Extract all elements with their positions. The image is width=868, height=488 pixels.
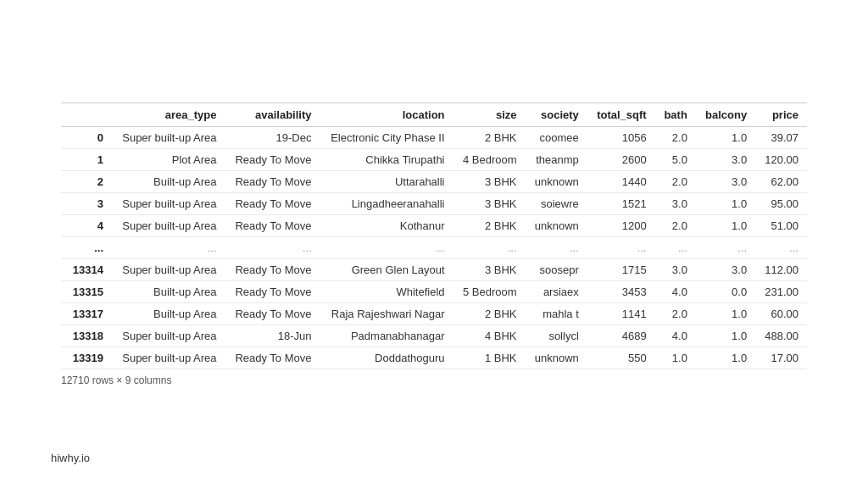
table-cell-index: 13318 — [61, 324, 112, 347]
table-cell-total_sqft: 1715 — [587, 258, 655, 280]
table-cell-index: 13314 — [61, 258, 112, 280]
table-cell-availability: Ready To Move — [225, 148, 320, 170]
table-cell-area_type: Built-up Area — [112, 280, 225, 302]
table-row: 1Plot AreaReady To MoveChikka Tirupathi4… — [61, 148, 807, 170]
table-cell-size: ... — [453, 236, 526, 258]
table-cell-balcony: 3.0 — [696, 258, 755, 280]
table-row: 3Super built-up AreaReady To MoveLingadh… — [61, 192, 807, 214]
table-cell-total_sqft: 550 — [587, 347, 655, 369]
table-cell-availability: ... — [225, 236, 320, 258]
table-cell-location: Kothanur — [320, 214, 453, 236]
table-cell-bath: 4.0 — [655, 324, 696, 347]
table-cell-society: unknown — [526, 347, 587, 369]
table-cell-total_sqft: 3453 — [587, 280, 655, 302]
table-cell-society: ... — [526, 236, 587, 258]
data-table: area_type availability location size soc… — [61, 103, 807, 369]
table-row: .............................. — [61, 236, 807, 258]
table-cell-balcony: 1.0 — [696, 126, 755, 148]
table-cell-total_sqft: 2600 — [587, 148, 655, 170]
table-cell-price: 120.00 — [755, 148, 807, 170]
table-cell-society: unknown — [526, 214, 587, 236]
table-cell-index: 4 — [61, 214, 112, 236]
table-cell-bath: 3.0 — [655, 192, 696, 214]
table-cell-size: 4 BHK — [453, 324, 526, 347]
table-cell-bath: 5.0 — [655, 148, 696, 170]
table-row: 2Built-up AreaReady To MoveUttarahalli3 … — [61, 170, 807, 192]
table-cell-location: Uttarahalli — [320, 170, 453, 192]
table-cell-price: 17.00 — [755, 347, 807, 369]
table-cell-total_sqft: 1056 — [587, 126, 655, 148]
table-cell-index: 1 — [61, 148, 112, 170]
table-cell-bath: 2.0 — [655, 302, 696, 324]
footer-brand: hiwhy.io — [51, 452, 90, 464]
table-cell-balcony: 1.0 — [696, 302, 755, 324]
table-body: 0Super built-up Area19-DecElectronic Cit… — [61, 126, 807, 369]
table-cell-location: ... — [320, 236, 453, 258]
table-cell-size: 3 BHK — [453, 192, 526, 214]
table-row: 13314Super built-up AreaReady To MoveGre… — [61, 258, 807, 280]
table-cell-society: soiewre — [526, 192, 587, 214]
table-cell-area_type: Super built-up Area — [112, 347, 225, 369]
table-cell-index: ... — [61, 236, 112, 258]
table-cell-society: sollycl — [526, 324, 587, 347]
table-cell-total_sqft: ... — [587, 236, 655, 258]
table-cell-total_sqft: 1200 — [587, 214, 655, 236]
table-cell-availability: Ready To Move — [225, 280, 320, 302]
table-cell-availability: Ready To Move — [225, 214, 320, 236]
table-cell-index: 3 — [61, 192, 112, 214]
table-cell-price: 112.00 — [755, 258, 807, 280]
table-cell-society: theanmp — [526, 148, 587, 170]
table-cell-price: 51.00 — [755, 214, 807, 236]
table-cell-location: Lingadheeranahalli — [320, 192, 453, 214]
table-cell-index: 13315 — [61, 280, 112, 302]
table-cell-area_type: Super built-up Area — [112, 214, 225, 236]
table-cell-size: 3 BHK — [453, 258, 526, 280]
table-cell-society: coomee — [526, 126, 587, 148]
table-cell-area_type: Plot Area — [112, 148, 225, 170]
table-cell-total_sqft: 4689 — [587, 324, 655, 347]
table-cell-location: Green Glen Layout — [320, 258, 453, 280]
table-cell-size: 2 BHK — [453, 126, 526, 148]
table-cell-bath: 3.0 — [655, 258, 696, 280]
table-row: 13319Super built-up AreaReady To MoveDod… — [61, 347, 807, 369]
table-cell-size: 5 Bedroom — [453, 280, 526, 302]
table-cell-area_type: Super built-up Area — [112, 324, 225, 347]
table-cell-area_type: ... — [112, 236, 225, 258]
table-cell-total_sqft: 1141 — [587, 302, 655, 324]
table-cell-location: Padmanabhanagar — [320, 324, 453, 347]
table-cell-location: Chikka Tirupathi — [320, 148, 453, 170]
table-cell-bath: ... — [655, 236, 696, 258]
table-cell-society: soosepr — [526, 258, 587, 280]
table-header-row: area_type availability location size soc… — [61, 103, 807, 126]
table-row: 13315Built-up AreaReady To MoveWhitefiel… — [61, 280, 807, 302]
table-cell-balcony: 3.0 — [696, 170, 755, 192]
table-cell-balcony: 1.0 — [696, 347, 755, 369]
table-cell-price: 95.00 — [755, 192, 807, 214]
table-cell-location: Electronic City Phase II — [320, 126, 453, 148]
col-header-total-sqft: total_sqft — [587, 103, 655, 126]
table-cell-price: 62.00 — [755, 170, 807, 192]
table-cell-size: 2 BHK — [453, 214, 526, 236]
col-header-society: society — [526, 103, 587, 126]
table-cell-society: mahla t — [526, 302, 587, 324]
col-header-area-type: area_type — [112, 103, 225, 126]
row-info: 12710 rows × 9 columns — [61, 374, 807, 386]
table-cell-bath: 4.0 — [655, 280, 696, 302]
table-cell-size: 1 BHK — [453, 347, 526, 369]
table-cell-availability: Ready To Move — [225, 170, 320, 192]
col-header-balcony: balcony — [696, 103, 755, 126]
table-cell-area_type: Super built-up Area — [112, 126, 225, 148]
table-cell-size: 2 BHK — [453, 302, 526, 324]
col-header-availability: availability — [225, 103, 320, 126]
table-cell-total_sqft: 1440 — [587, 170, 655, 192]
table-cell-bath: 1.0 — [655, 347, 696, 369]
col-header-price: price — [755, 103, 807, 126]
table-cell-location: Whitefield — [320, 280, 453, 302]
table-cell-size: 3 BHK — [453, 170, 526, 192]
table-cell-bath: 2.0 — [655, 126, 696, 148]
table-cell-balcony: 3.0 — [696, 148, 755, 170]
table-cell-availability: Ready To Move — [225, 347, 320, 369]
table-row: 4Super built-up AreaReady To MoveKothanu… — [61, 214, 807, 236]
table-cell-price: 488.00 — [755, 324, 807, 347]
table-cell-index: 13319 — [61, 347, 112, 369]
